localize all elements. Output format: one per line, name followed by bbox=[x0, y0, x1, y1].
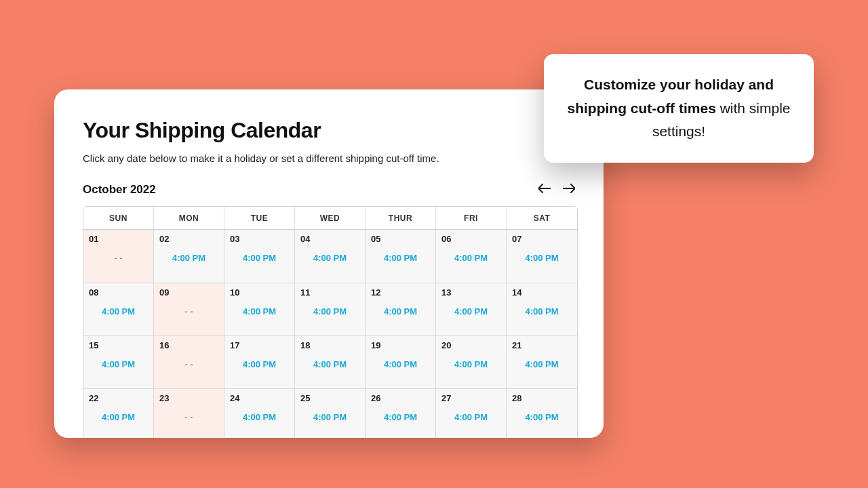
cutoff-time: - - bbox=[83, 253, 153, 263]
day-number: 17 bbox=[230, 340, 289, 350]
cutoff-time: 4:00 PM bbox=[154, 253, 224, 263]
day-number: 27 bbox=[441, 393, 500, 403]
day-number: 06 bbox=[441, 234, 500, 244]
weekday-header: THUR bbox=[366, 207, 436, 230]
calendar-day-cell[interactable]: 174:00 PM bbox=[224, 336, 295, 388]
day-number: 21 bbox=[512, 340, 572, 350]
weekday-header: MON bbox=[154, 207, 224, 230]
calendar-day-cell[interactable]: 264:00 PM bbox=[366, 388, 436, 438]
calendar-day-cell[interactable]: 254:00 PM bbox=[295, 388, 366, 438]
calendar-day-cell[interactable]: 144:00 PM bbox=[507, 283, 577, 336]
arrow-left-icon bbox=[538, 184, 551, 196]
month-nav-arrows bbox=[538, 184, 575, 196]
month-label: October 2022 bbox=[83, 183, 156, 197]
calendar-day-cell[interactable]: 194:00 PM bbox=[366, 336, 436, 388]
day-number: 09 bbox=[159, 287, 218, 298]
day-number: 01 bbox=[89, 234, 148, 244]
day-number: 11 bbox=[300, 287, 359, 298]
day-number: 24 bbox=[230, 393, 289, 403]
calendar-day-cell[interactable]: 184:00 PM bbox=[295, 336, 366, 388]
calendar-day-cell[interactable]: 16- - bbox=[154, 336, 224, 388]
cutoff-time: 4:00 PM bbox=[507, 412, 577, 422]
cutoff-time: 4:00 PM bbox=[295, 253, 365, 263]
shipping-calendar-card: Your Shipping Calendar Click any date be… bbox=[54, 89, 604, 438]
day-number: 04 bbox=[300, 234, 359, 244]
calendar-day-cell[interactable]: 114:00 PM bbox=[295, 283, 366, 336]
day-number: 15 bbox=[89, 340, 148, 350]
cutoff-time: 4:00 PM bbox=[507, 306, 577, 317]
cutoff-time: 4:00 PM bbox=[436, 306, 506, 317]
cutoff-time: 4:00 PM bbox=[507, 253, 577, 263]
day-number: 19 bbox=[371, 340, 430, 350]
day-number: 26 bbox=[371, 393, 430, 403]
month-nav-row: October 2022 bbox=[83, 183, 575, 197]
day-number: 14 bbox=[512, 287, 572, 298]
calendar-day-cell[interactable]: 024:00 PM bbox=[154, 230, 224, 283]
day-number: 16 bbox=[159, 340, 218, 350]
cutoff-time: 4:00 PM bbox=[224, 412, 294, 422]
calendar-day-cell[interactable]: 124:00 PM bbox=[366, 283, 436, 336]
weekday-header: TUE bbox=[224, 207, 295, 230]
calendar-day-cell[interactable]: 23- - bbox=[154, 388, 224, 438]
cutoff-time: 4:00 PM bbox=[295, 412, 365, 422]
calendar-day-cell[interactable]: 284:00 PM bbox=[507, 388, 577, 438]
day-number: 25 bbox=[300, 393, 359, 403]
calendar-day-cell[interactable]: 054:00 PM bbox=[366, 230, 436, 283]
day-number: 10 bbox=[230, 287, 289, 298]
calendar-day-cell[interactable]: 044:00 PM bbox=[295, 230, 366, 283]
day-number: 07 bbox=[512, 234, 572, 244]
day-number: 05 bbox=[371, 234, 430, 244]
page-subtitle: Click any date below to make it a holida… bbox=[83, 152, 575, 164]
calendar-day-cell[interactable]: 224:00 PM bbox=[83, 388, 154, 438]
calendar-day-cell[interactable]: 01- - bbox=[83, 230, 154, 283]
day-number: 22 bbox=[89, 393, 148, 403]
calendar-day-cell[interactable]: 214:00 PM bbox=[507, 336, 577, 388]
day-number: 13 bbox=[441, 287, 500, 298]
cutoff-time: 4:00 PM bbox=[295, 359, 365, 369]
cutoff-time: 4:00 PM bbox=[436, 253, 506, 263]
day-number: 20 bbox=[441, 340, 500, 350]
cutoff-time: - - bbox=[154, 412, 224, 422]
cutoff-time: 4:00 PM bbox=[83, 306, 153, 317]
calendar-day-cell[interactable]: 034:00 PM bbox=[224, 230, 295, 283]
weekday-header: WED bbox=[295, 207, 366, 230]
arrow-right-icon bbox=[563, 184, 575, 196]
promo-callout: Customize your holiday and shipping cut-… bbox=[544, 54, 814, 163]
day-number: 23 bbox=[159, 393, 218, 403]
weekday-header: SAT bbox=[507, 207, 577, 230]
calendar-day-cell[interactable]: 104:00 PM bbox=[224, 283, 295, 336]
cutoff-time: 4:00 PM bbox=[436, 359, 506, 369]
cutoff-time: 4:00 PM bbox=[366, 253, 435, 263]
day-number: 08 bbox=[89, 287, 148, 298]
weekday-header-row: SUNMONTUEWEDTHURFRISAT bbox=[83, 207, 577, 230]
calendar-day-cell[interactable]: 244:00 PM bbox=[224, 388, 295, 438]
cutoff-time: 4:00 PM bbox=[224, 306, 294, 317]
weekday-header: FRI bbox=[436, 207, 507, 230]
calendar-days-grid: 01- -024:00 PM034:00 PM044:00 PM054:00 P… bbox=[83, 230, 577, 438]
cutoff-time: 4:00 PM bbox=[366, 412, 435, 422]
cutoff-time: 4:00 PM bbox=[366, 306, 435, 317]
calendar-day-cell[interactable]: 154:00 PM bbox=[83, 336, 154, 388]
day-number: 18 bbox=[300, 340, 359, 350]
cutoff-time: 4:00 PM bbox=[83, 359, 153, 369]
calendar-day-cell[interactable]: 074:00 PM bbox=[507, 230, 577, 283]
day-number: 02 bbox=[159, 234, 218, 244]
page-title: Your Shipping Calendar bbox=[83, 118, 575, 143]
cutoff-time: 4:00 PM bbox=[224, 359, 294, 369]
cutoff-time: 4:00 PM bbox=[295, 306, 365, 317]
next-month-button[interactable] bbox=[563, 184, 575, 196]
calendar-day-cell[interactable]: 134:00 PM bbox=[436, 283, 507, 336]
cutoff-time: 4:00 PM bbox=[83, 412, 153, 422]
prev-month-button[interactable] bbox=[538, 184, 551, 196]
cutoff-time: 4:00 PM bbox=[507, 359, 577, 369]
weekday-header: SUN bbox=[83, 207, 154, 230]
calendar-day-cell[interactable]: 084:00 PM bbox=[83, 283, 154, 336]
calendar-day-cell[interactable]: 09- - bbox=[154, 283, 224, 336]
calendar-day-cell[interactable]: 064:00 PM bbox=[436, 230, 507, 283]
day-number: 12 bbox=[371, 287, 430, 298]
cutoff-time: 4:00 PM bbox=[436, 412, 506, 422]
calendar-grid: SUNMONTUEWEDTHURFRISAT 01- -024:00 PM034… bbox=[83, 206, 578, 438]
calendar-day-cell[interactable]: 204:00 PM bbox=[436, 336, 507, 388]
cutoff-time: - - bbox=[154, 359, 224, 369]
calendar-day-cell[interactable]: 274:00 PM bbox=[436, 388, 507, 438]
